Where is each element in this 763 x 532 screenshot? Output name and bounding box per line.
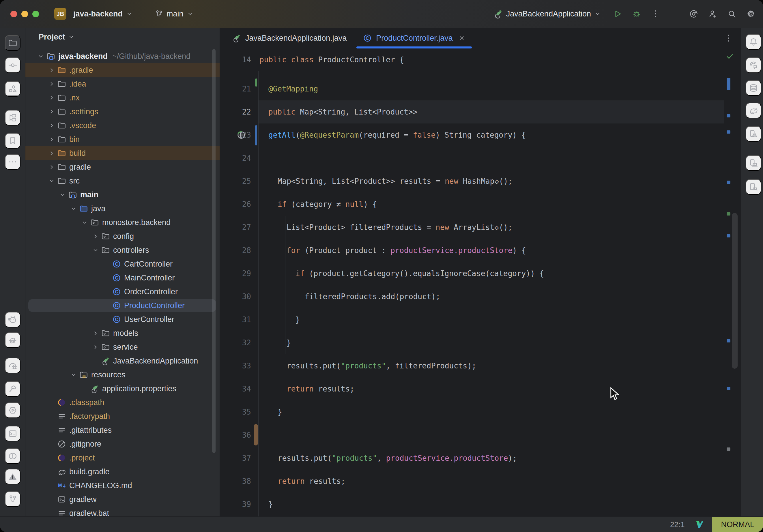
error-stripe-mark[interactable] [727, 114, 730, 117]
chevron-right-icon[interactable] [90, 343, 101, 351]
error-stripe-mark[interactable] [727, 339, 730, 343]
tool-button-problems[interactable] [5, 448, 21, 464]
tree-item--project[interactable]: .project [25, 451, 220, 465]
error-stripe-mark[interactable] [727, 212, 730, 216]
tool-button-device-mirror[interactable] [746, 155, 761, 171]
tool-button-terminal[interactable] [5, 426, 21, 441]
tree-item-usercontroller[interactable]: CUserController [25, 312, 220, 326]
tree-item--gitignore[interactable]: .gitignore [25, 437, 220, 451]
tool-button-structure[interactable] [5, 81, 21, 97]
line-number[interactable]: 37 [220, 447, 251, 470]
tool-button-git-branch[interactable] [5, 491, 21, 507]
chevron-right-icon[interactable] [46, 94, 57, 102]
chevron-down-icon[interactable] [68, 205, 79, 213]
tree-item-maincontroller[interactable]: CMainController [25, 271, 220, 285]
code-line-38[interactable]: 38return results; [220, 470, 740, 493]
tree-item-java[interactable]: java [25, 202, 220, 216]
minimize-window-button[interactable] [21, 11, 28, 17]
code-line-25[interactable]: 25Map<String, List<Product>> results = n… [220, 170, 740, 193]
tool-button-flow[interactable] [5, 110, 21, 126]
line-number[interactable]: 22 [220, 100, 251, 124]
chevron-right-icon[interactable] [46, 135, 57, 144]
error-stripe-mark[interactable] [727, 78, 730, 90]
tree-item--vscode[interactable]: .vscode [25, 119, 220, 133]
tool-button-layout-inspector[interactable] [746, 179, 761, 195]
line-number[interactable]: 28 [220, 239, 251, 262]
line-number[interactable]: 26 [220, 193, 251, 216]
run-button[interactable] [609, 6, 626, 22]
code-line-23[interactable]: 23getAll(@RequestParam(required = false)… [220, 124, 740, 147]
chevron-down-icon[interactable] [79, 218, 90, 227]
tree-item-gradlew-bat[interactable]: gradlew.bat [25, 506, 220, 516]
settings-button[interactable] [743, 6, 759, 22]
code-line-21[interactable]: 21@GetMapping [220, 77, 740, 100]
code-line-29[interactable]: 29if (product.getCategory().equalsIgnore… [220, 262, 740, 285]
line-number[interactable]: 36 [220, 424, 251, 447]
tree-item-models[interactable]: models [25, 326, 220, 340]
vim-mode-badge[interactable]: NORMAL [712, 517, 763, 532]
tool-button-project-folder[interactable] [5, 35, 21, 51]
project-switcher[interactable]: java-backend [70, 7, 136, 21]
code-line-26[interactable]: 26if (category ≠ null) { [220, 193, 740, 216]
tree-item-monostore-backend[interactable]: monostore.backend [25, 216, 220, 229]
line-number[interactable]: 24 [220, 147, 251, 170]
code-line-35[interactable]: 35} [220, 400, 740, 424]
tree-item-service[interactable]: service [25, 340, 220, 354]
tree-item--settings[interactable]: .settings [25, 105, 220, 119]
tool-button-copilot-cat[interactable] [5, 312, 21, 327]
chevron-down-icon[interactable] [68, 371, 79, 379]
tree-item-javabackendapplication[interactable]: JavaBackendApplication [25, 354, 220, 368]
tool-button-incognito[interactable] [5, 332, 21, 348]
tool-button-commit[interactable] [5, 57, 21, 73]
code-line-31[interactable]: 31} [220, 308, 740, 331]
line-number[interactable]: 25 [220, 170, 251, 193]
project-tree-scrollbar[interactable] [212, 49, 216, 453]
more-run-actions-button[interactable] [648, 6, 664, 22]
chevron-right-icon[interactable] [46, 108, 57, 116]
tool-button-database[interactable] [746, 80, 761, 96]
tree-item-bin[interactable]: bin [25, 133, 220, 146]
line-number[interactable]: 32 [220, 331, 251, 354]
close-window-button[interactable] [10, 11, 17, 17]
chevron-right-icon[interactable] [90, 232, 101, 240]
zoom-window-button[interactable] [32, 11, 39, 17]
tree-item-java-backend[interactable]: java-backend~/Github/java-backend [25, 49, 220, 63]
tree-item--gitattributes[interactable]: .gitattributes [25, 423, 220, 437]
tree-item--factorypath[interactable]: .factorypath [25, 409, 220, 423]
tree-item-ordercontroller[interactable]: COrderController [25, 285, 220, 299]
line-number[interactable]: 21 [220, 77, 251, 100]
line-number[interactable]: 34 [220, 377, 251, 400]
chevron-right-icon[interactable] [46, 149, 57, 157]
project-panel-header[interactable]: Project [39, 30, 75, 44]
code-line-30[interactable]: 30filteredProducts.add(product); [220, 285, 740, 308]
ideavim-icon[interactable] [695, 520, 705, 529]
inspections-ok-icon[interactable] [725, 52, 734, 60]
tool-button-ai-chat[interactable] [746, 57, 761, 73]
error-stripe-mark[interactable] [727, 234, 730, 238]
tree-item-config[interactable]: config [25, 229, 220, 243]
tree-item-cartcontroller[interactable]: CCartController [25, 257, 220, 271]
tool-button-build-hammer[interactable] [5, 381, 21, 397]
code-line-36[interactable]: 36 [220, 424, 740, 447]
tree-item--classpath[interactable]: .classpath [25, 395, 220, 409]
endpoint-globe-icon[interactable] [236, 130, 247, 140]
tree-item-resources[interactable]: resources [25, 368, 220, 382]
code-line-33[interactable]: 33results.put("products", filteredProduc… [220, 354, 740, 377]
chevron-right-icon[interactable] [46, 66, 57, 74]
code-line-32[interactable]: 32} [220, 331, 740, 354]
tree-item-main[interactable]: main [25, 188, 220, 202]
tree-item-build-gradle[interactable]: build.gradle [25, 465, 220, 479]
tree-item-productcontroller[interactable]: CProductController [25, 299, 220, 312]
search-everywhere-button[interactable] [724, 6, 740, 22]
chevron-down-icon[interactable] [90, 246, 101, 254]
line-number[interactable]: 33 [220, 354, 251, 377]
tree-item--nx[interactable]: .nx [25, 91, 220, 105]
tree-item-src[interactable]: src [25, 174, 220, 188]
tree-item-controllers[interactable]: controllers [25, 243, 220, 257]
line-number[interactable]: 27 [220, 216, 251, 239]
error-stripe-mark[interactable] [727, 448, 730, 451]
tool-button-services[interactable] [5, 402, 21, 418]
code-with-me-button[interactable] [705, 6, 721, 22]
code-line-22[interactable]: 22public Map<String, List<Product>> [220, 100, 740, 124]
tool-button-warnings[interactable] [5, 469, 21, 484]
